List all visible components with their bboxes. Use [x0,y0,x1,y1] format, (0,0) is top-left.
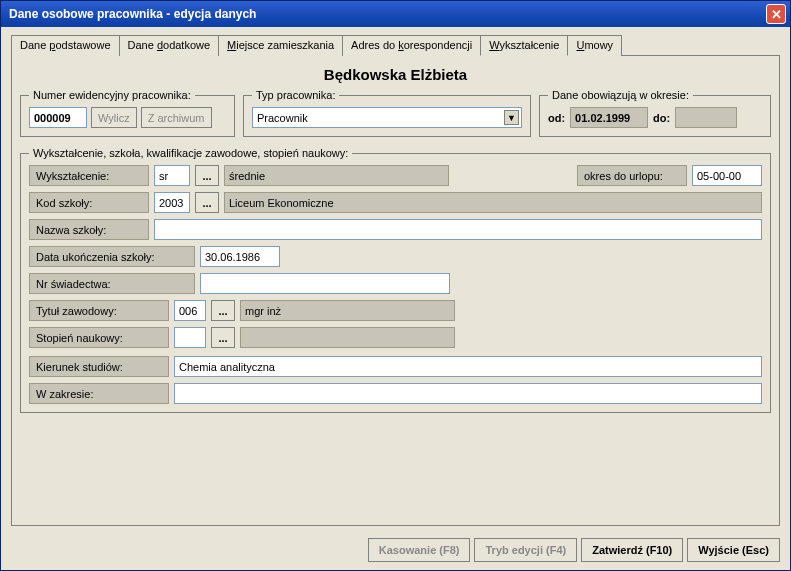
from-label: od: [548,112,565,124]
chevron-down-icon: ▼ [504,110,519,125]
tab-contracts[interactable]: Umowy [567,35,622,56]
tab-bar: Dane podstawowe Dane dodatkowe Miejsce z… [11,35,780,56]
professional-title-lookup-button[interactable]: ... [211,300,235,321]
professional-title-code-input[interactable] [174,300,206,321]
to-date-field [675,107,737,128]
tab-education[interactable]: Wykształcenie [480,35,568,56]
certificate-number-input[interactable] [200,273,450,294]
leave-period-label: okres do urlopu: [577,165,687,186]
education-level-code-input[interactable] [154,165,190,186]
fieldset-education: Wykształcenie, szkoła, kwalifikacje zawo… [20,147,771,413]
graduation-date-label: Data ukończenia szkoły: [29,246,195,267]
from-date-field: 01.02.1999 [570,107,648,128]
professional-title-name: mgr inż [240,300,455,321]
employee-type-select[interactable]: Pracownik ▼ [252,107,522,128]
employee-number-input[interactable] [29,107,87,128]
tab-additional[interactable]: Dane dodatkowe [119,35,220,56]
education-level-label: Wykształcenie: [29,165,149,186]
school-code-label: Kod szkoły: [29,192,149,213]
academic-degree-name [240,327,455,348]
edit-mode-button: Tryb edycji (F4) [474,538,577,562]
tab-residence[interactable]: Miejsce zamieszkania [218,35,343,56]
calculate-button: Wylicz [91,107,137,128]
education-level-lookup-button[interactable]: ... [195,165,219,186]
academic-degree-label: Stopień naukowy: [29,327,169,348]
professional-title-label: Tytuł zawodowy: [29,300,169,321]
academic-degree-code-input[interactable] [174,327,206,348]
study-major-input[interactable] [174,356,762,377]
person-heading: Będkowska Elżbieta [20,66,771,83]
school-name-label: Nazwa szkoły: [29,219,149,240]
leave-period-input[interactable] [692,165,762,186]
school-name-input[interactable] [154,219,762,240]
bottom-bar: Kasowanie (F8) Tryb edycji (F4) Zatwierd… [1,532,790,570]
titlebar: Dane osobowe pracownika - edycja danych … [1,1,790,27]
employee-type-value: Pracownik [257,112,308,124]
fieldset-validity-period: Dane obowiązują w okresie: od: 01.02.199… [539,89,771,137]
graduation-date-input[interactable] [200,246,280,267]
from-archive-button: Z archiwum [141,107,212,128]
school-code-input[interactable] [154,192,190,213]
to-label: do: [653,112,670,124]
scope-input[interactable] [174,383,762,404]
close-icon[interactable]: ✕ [766,4,786,24]
study-major-label: Kierunek studiów: [29,356,169,377]
academic-degree-lookup-button[interactable]: ... [211,327,235,348]
validity-period-legend: Dane obowiązują w okresie: [548,89,693,101]
scope-label: W zakresie: [29,383,169,404]
fieldset-employee-type: Typ pracownika: Pracownik ▼ [243,89,531,137]
employee-number-legend: Numer ewidencyjny pracownika: [29,89,195,101]
school-code-lookup-button[interactable]: ... [195,192,219,213]
employee-type-legend: Typ pracownika: [252,89,339,101]
window-title: Dane osobowe pracownika - edycja danych [9,7,766,21]
tab-basic[interactable]: Dane podstawowe [11,35,120,56]
app-window: Dane osobowe pracownika - edycja danych … [0,0,791,571]
confirm-button[interactable]: Zatwierdź (F10) [581,538,683,562]
school-code-name: Liceum Ekonomiczne [224,192,762,213]
fieldset-employee-number: Numer ewidencyjny pracownika: Wylicz Z a… [20,89,235,137]
exit-button[interactable]: Wyjście (Esc) [687,538,780,562]
certificate-number-label: Nr świadectwa: [29,273,195,294]
delete-button: Kasowanie (F8) [368,538,471,562]
tab-correspondence[interactable]: Adres do korespondencji [342,35,481,56]
education-legend: Wykształcenie, szkoła, kwalifikacje zawo… [29,147,352,159]
education-level-name: średnie [224,165,449,186]
